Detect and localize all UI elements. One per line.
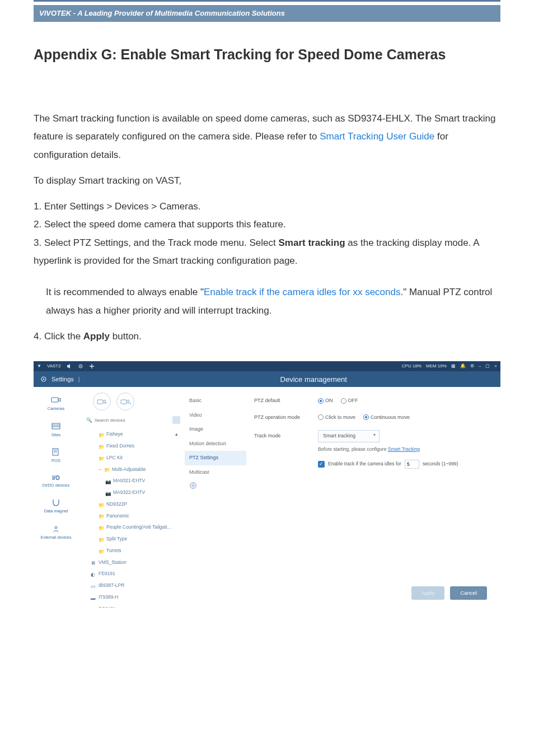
tree-fisheye[interactable]: 📁Fisheye▴	[83, 428, 180, 440]
tree-label: Split Type	[106, 535, 127, 543]
folder-icon: 📁	[99, 513, 104, 518]
tree-label: FE9191	[99, 570, 115, 577]
tree-ib9387[interactable]: ▭IB9387-LPR	[83, 580, 180, 591]
breadcrumb-settings[interactable]: Settings	[51, 375, 74, 384]
row-ptz-op: PTZ operation mode Click to move Continu…	[254, 414, 493, 422]
edit-icon[interactable]	[172, 416, 180, 424]
smart-tracking-config-link[interactable]: Smart Tracking	[388, 446, 420, 452]
pos-icon	[51, 448, 61, 456]
folder-icon: 📁	[99, 536, 104, 542]
radio-click[interactable]: Click to move	[318, 414, 355, 422]
svg-rect-14	[121, 400, 127, 404]
import-device-button[interactable]: ↘	[116, 393, 134, 410]
tree-label: SC8131	[99, 605, 116, 608]
tree-fe9191[interactable]: ◐FE9191	[83, 568, 180, 580]
tree-ma9321[interactable]: 📷MA9321-EHTV	[83, 475, 180, 487]
sidebar-item-data-magnet[interactable]: Data magnet	[34, 498, 78, 514]
camera-settings-tabs: Basic Video Image Motion detection PTZ S…	[185, 387, 246, 608]
enable-idle-label-a: Enable track if the camera idles for	[328, 460, 401, 468]
settings-gear-icon[interactable]: ⚙	[470, 363, 474, 370]
radio-off[interactable]: OFF	[341, 397, 358, 405]
step-3-bold: Smart tracking	[279, 237, 345, 248]
row-ptz-default: PTZ default ON OFF	[254, 397, 493, 405]
enable-track-idle-link[interactable]: Enable track if the camera idles for xx …	[204, 287, 401, 297]
toolbar-speaker-icon[interactable]	[67, 363, 72, 369]
cancel-button[interactable]: Cancel	[450, 586, 487, 600]
sidebar-item-cameras[interactable]: Cameras	[34, 396, 78, 412]
magnet-icon	[51, 498, 61, 506]
tab-basic[interactable]: Basic	[185, 394, 246, 408]
tree-sc8131[interactable]: ▬SC8131	[83, 603, 180, 608]
tab-ptz-settings[interactable]: PTZ Settings	[185, 451, 246, 465]
search-input[interactable]	[95, 418, 162, 423]
tree-label: IT9389-H	[99, 594, 118, 601]
toolbar-gear-icon[interactable]	[78, 363, 83, 369]
folder-icon: 📁	[99, 455, 104, 460]
go-to-web-icon[interactable]	[185, 482, 246, 492]
sidebar-item-external[interactable]: External devices	[34, 525, 78, 540]
bell-icon[interactable]: 🔔	[460, 363, 466, 370]
tree-label: LPC Kit	[106, 454, 123, 461]
sidebar-item-sites[interactable]: Sites	[34, 422, 78, 438]
track-mode-select[interactable]: Smart tracking	[318, 430, 380, 442]
io-icon: I/O	[34, 474, 78, 482]
idle-seconds-input[interactable]	[405, 460, 419, 469]
radio-off-label: OFF	[348, 398, 358, 403]
tab-video[interactable]: Video	[185, 408, 246, 423]
tree-nd9322p[interactable]: 📁ND9322P	[83, 498, 180, 510]
maximize-icon[interactable]: ▢	[485, 363, 490, 370]
tree-it9389h[interactable]: ▬IT9389-H	[83, 591, 180, 603]
svg-point-11	[55, 526, 57, 529]
tree-split[interactable]: 📁Split Type	[83, 533, 180, 545]
smart-tracking-guide-link[interactable]: Smart Tracking User Guide	[320, 131, 434, 142]
tree-label: MA9321-EHTV	[113, 477, 145, 484]
tree-ma9322[interactable]: 📷MA9322-EHTV	[83, 487, 180, 498]
sidebar-label-cameras: Cameras	[34, 405, 78, 412]
folder-icon: 📁	[99, 525, 104, 530]
apply-button[interactable]: Apply	[411, 586, 445, 600]
cam-icon: ▬	[91, 606, 96, 608]
intro-paragraph: The Smart tracking function is available…	[34, 110, 500, 164]
grid-icon[interactable]: ▦	[451, 363, 456, 370]
sidebar-label-pos: POS	[34, 458, 78, 464]
app-logo-icon: ▼	[37, 363, 41, 370]
folder-icon: 📁	[99, 548, 104, 553]
enable-idle-checkbox[interactable]: ✓	[318, 461, 325, 468]
tree-fixed-domes[interactable]: 📁Fixed Domes	[83, 440, 180, 452]
label-ptz-default: PTZ default	[254, 397, 310, 405]
step-1: 1. Enter Settings > Devices > Cameras.	[34, 198, 500, 216]
tree-turrets[interactable]: 📁Turrets	[83, 545, 180, 557]
app-title: VAST2	[47, 363, 61, 370]
tab-motion[interactable]: Motion detection	[185, 437, 246, 451]
tab-image[interactable]: Image	[185, 422, 246, 437]
minus-icon: −	[99, 466, 101, 473]
tree-multi[interactable]: −📁Multi-Adjustable	[83, 464, 180, 475]
cam-icon: ▬	[91, 595, 96, 600]
step-4a: 4. Click the	[34, 331, 83, 342]
device-tree-panel: + ↘ 🔍 📁Fisheye▴ 📁Fixed Domes 📁LPC Kit −📁…	[78, 387, 185, 608]
row-enable-idle: ✓ Enable track if the camera idles for s…	[318, 460, 493, 469]
step-4: 4. Click the Apply button.	[34, 328, 500, 346]
tree-vms[interactable]: 🖥VMS_Station	[83, 557, 180, 568]
minimize-icon[interactable]: –	[479, 363, 481, 370]
hint-text: Before starting, please configure	[318, 446, 388, 452]
svg-rect-12	[97, 400, 103, 404]
radio-continuous[interactable]: Continuous move	[363, 414, 410, 422]
left-sidebar: Cameras Sites POS I/O DI/DO devices Data…	[34, 387, 78, 608]
tree-lpc[interactable]: 📁LPC Kit	[83, 452, 180, 464]
add-device-button[interactable]: +	[93, 393, 111, 410]
tree-panoramic[interactable]: 📁Panoramic	[83, 510, 180, 522]
step-3: 3. Select PTZ Settings, and the Track mo…	[34, 234, 500, 270]
tab-multicast[interactable]: Multicast	[185, 465, 246, 480]
sidebar-item-io[interactable]: I/O DI/DO devices	[34, 474, 78, 488]
cpu-usage: CPU 18%	[402, 363, 421, 370]
tree-label: Fixed Domes	[106, 442, 134, 450]
tree-people[interactable]: 📁People Counting/Anti Tailgati...	[83, 521, 180, 533]
action-buttons: Apply Cancel	[411, 586, 487, 600]
toolbar-plus-icon[interactable]	[89, 363, 95, 369]
sidebar-item-pos[interactable]: POS	[34, 448, 78, 464]
close-icon[interactable]: ×	[494, 363, 497, 370]
radio-on[interactable]: ON	[318, 397, 333, 405]
station-icon: 🖥	[91, 559, 96, 564]
sidebar-label-external: External devices	[34, 534, 78, 540]
